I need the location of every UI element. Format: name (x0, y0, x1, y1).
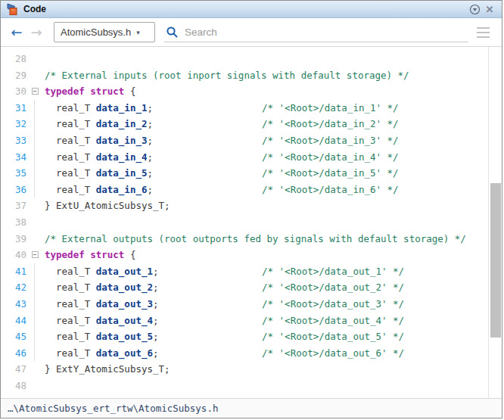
trace-comment: /* '<Root>/data_out_5' */ (262, 328, 404, 345)
code-editor: 2829/* External inputs (root inport sign… (1, 47, 488, 398)
line-number[interactable]: 46 (5, 345, 26, 362)
close-button[interactable]: ✕ (482, 2, 497, 16)
file-selector-dropdown[interactable]: AtomicSubsys.h ▾ (54, 22, 155, 42)
code-token: ; (153, 298, 159, 310)
trace-comment: /* '<Root>/data_in_1' */ (262, 100, 399, 117)
code-text: real_T data_in_2;/* '<Root>/data_in_2' *… (43, 116, 488, 132)
fold-column (26, 313, 43, 329)
fold-guide-line (34, 182, 35, 198)
line-number[interactable]: 43 (5, 296, 26, 313)
line-number: 38 (5, 214, 26, 231)
fold-column (26, 378, 43, 394)
line-number: 30 (5, 83, 26, 100)
trace-link-identifier[interactable]: data_in_3 (96, 135, 148, 146)
trace-link-identifier[interactable]: data_in_5 (96, 167, 148, 179)
line-number[interactable]: 31 (5, 100, 26, 117)
code-token: real_T (45, 298, 96, 310)
code-text: real_T data_in_5;/* '<Root>/data_in_5' *… (43, 165, 488, 182)
line-number[interactable]: 32 (5, 116, 26, 132)
scrollbar-thumb[interactable] (490, 183, 501, 338)
code-line: 46 real_T data_out_6;/* '<Root>/data_out… (1, 345, 488, 362)
trace-link-identifier[interactable]: data_in_2 (96, 118, 148, 129)
line-number: 28 (5, 51, 26, 67)
code-token: { (124, 249, 135, 260)
code-token: real_T (45, 135, 96, 146)
trace-link-identifier[interactable]: data_out_2 (96, 282, 153, 293)
trace-link-identifier[interactable]: data_in_4 (96, 151, 148, 163)
trace-comment: /* '<Root>/data_out_1' */ (262, 263, 404, 280)
fold-toggle-icon[interactable]: − (32, 251, 39, 258)
fold-column (26, 214, 43, 231)
code-line: 41 real_T data_out_1;/* '<Root>/data_out… (1, 263, 488, 280)
fold-guide-line (34, 149, 35, 166)
code-token: real_T (45, 102, 96, 114)
code-token: real_T (45, 347, 96, 359)
line-number: 39 (5, 231, 26, 247)
line-number: 48 (5, 378, 26, 394)
fold-guide-line (34, 279, 35, 296)
line-number[interactable]: 36 (5, 182, 26, 198)
fold-guide-line (34, 345, 35, 362)
code-token: typedef struct (45, 86, 124, 97)
code-view-window: Code ✕ ← → AtomicSubsys.h ▾ (0, 0, 502, 418)
close-icon: ✕ (486, 5, 494, 14)
code-line: 42 real_T data_out_2;/* '<Root>/data_out… (1, 279, 488, 296)
circle-chevron-down-icon (469, 4, 481, 15)
back-button[interactable]: ← (7, 26, 26, 39)
code-token: ; (147, 167, 153, 179)
code-text: real_T data_in_3;/* '<Root>/data_in_3' *… (43, 132, 488, 149)
trace-link-identifier[interactable]: data_out_1 (96, 266, 153, 277)
status-bar: …\AtomicSubsys_ert_rtw\AtomicSubsys.h (1, 398, 502, 418)
code-line: 43 real_T data_out_3;/* '<Root>/data_out… (1, 296, 488, 313)
code-token: { (124, 86, 135, 97)
fold-column (26, 67, 43, 84)
line-number[interactable]: 35 (5, 165, 26, 182)
fold-toggle-icon[interactable]: − (32, 88, 39, 95)
fold-column: − (26, 83, 43, 100)
code-token: ; (147, 184, 153, 195)
code-line: 40−typedef struct { (1, 247, 488, 263)
code-token: ; (153, 315, 159, 326)
code-text: real_T data_out_1;/* '<Root>/data_out_1'… (43, 263, 488, 280)
line-number[interactable]: 44 (5, 313, 26, 329)
code-line: 30−typedef struct { (1, 83, 488, 100)
code-text (43, 378, 488, 394)
fold-guide-line (34, 296, 35, 313)
trace-link-identifier[interactable]: data_out_4 (96, 315, 153, 326)
search-input[interactable] (183, 26, 467, 39)
fold-column (26, 198, 43, 214)
line-number[interactable]: 33 (5, 132, 26, 149)
trace-link-identifier[interactable]: data_in_6 (96, 184, 148, 195)
trace-comment: /* '<Root>/data_in_5' */ (262, 165, 399, 182)
trace-link-identifier[interactable]: data_in_1 (96, 102, 148, 114)
code-line: 29/* External inputs (root inport signal… (1, 67, 488, 84)
fold-column (26, 361, 43, 378)
simulink-code-icon (7, 3, 20, 15)
hamburger-menu-button[interactable] (474, 24, 493, 41)
code-token: ; (153, 331, 159, 342)
fold-column (26, 231, 43, 247)
line-number[interactable]: 41 (5, 263, 26, 280)
code-token: ; (153, 347, 159, 359)
code-line: 47} ExtY_AtomicSubsys_T; (1, 361, 488, 378)
trace-comment: /* '<Root>/data_in_2' */ (262, 116, 399, 132)
fold-column (26, 182, 43, 198)
line-number: 47 (5, 361, 26, 378)
code-line: 36 real_T data_in_6;/* '<Root>/data_in_6… (1, 182, 488, 198)
line-number[interactable]: 34 (5, 149, 26, 166)
trace-link-identifier[interactable]: data_out_3 (96, 298, 153, 310)
forward-button[interactable]: → (26, 26, 46, 39)
trace-link-identifier[interactable]: data_out_5 (96, 331, 153, 342)
line-number[interactable]: 45 (5, 328, 26, 345)
code-text: } ExtU_AtomicSubsys_T; (43, 198, 488, 214)
line-number[interactable]: 42 (5, 279, 26, 296)
vertical-scrollbar[interactable] (488, 47, 502, 398)
trace-comment: /* '<Root>/data_in_6' */ (262, 182, 399, 198)
code-text: } ExtY_AtomicSubsys_T; (43, 361, 488, 378)
collapse-menu-button[interactable] (467, 2, 482, 16)
code-token: typedef struct (45, 249, 124, 260)
code-line: 37} ExtU_AtomicSubsys_T; (1, 198, 488, 214)
fold-guide-line (34, 100, 35, 117)
trace-link-identifier[interactable]: data_out_6 (96, 347, 153, 359)
fold-column (26, 116, 43, 132)
